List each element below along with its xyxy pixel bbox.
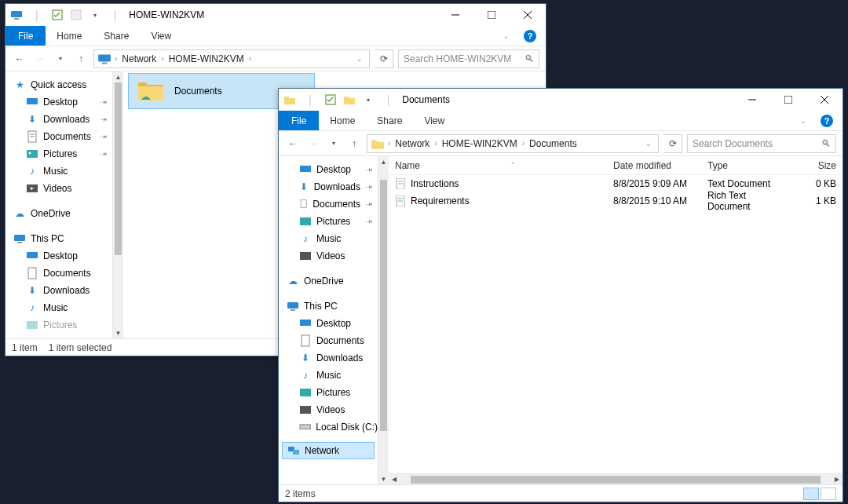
nav-network[interactable]: Network [282, 442, 375, 459]
scrollbar-vertical[interactable]: ▲ ▼ [378, 156, 389, 484]
tab-view[interactable]: View [140, 26, 182, 46]
tab-share[interactable]: Share [93, 26, 140, 46]
search-input[interactable]: Search Documents 🔍︎ [687, 134, 836, 153]
breadcrumb-network[interactable]: Network [390, 138, 434, 149]
recent-dropdown-icon[interactable]: ▾ [326, 136, 342, 152]
search-icon[interactable]: 🔍︎ [821, 138, 831, 149]
nav-videos[interactable]: Videos [282, 247, 378, 265]
search-icon[interactable]: 🔍︎ [525, 53, 534, 64]
nav-thispc[interactable]: This PC [9, 230, 112, 247]
navigation-pane[interactable]: Desktop📌︎ ⬇Downloads📌︎ Documents📌︎ Pictu… [279, 156, 389, 484]
breadcrumb-host[interactable]: HOME-WIN2KVM [164, 53, 249, 64]
nav-onedrive[interactable]: ☁OneDrive [9, 205, 112, 222]
nav-pictures[interactable]: Pictures📌︎ [282, 213, 378, 230]
column-name[interactable]: Name˄ [389, 160, 607, 171]
content-area[interactable]: Name˄ Date modified Type Size Instructio… [389, 156, 843, 484]
nav-downloads[interactable]: ⬇Downloads📌︎ [9, 111, 112, 128]
nav-downloads2[interactable]: ⬇Downloads [9, 282, 112, 299]
tab-file[interactable]: File [5, 26, 46, 46]
maximize-button[interactable] [473, 4, 510, 26]
qat-dropdown-icon[interactable]: ▾ [89, 9, 101, 21]
help-button[interactable]: ? [521, 26, 539, 46]
close-button[interactable] [806, 89, 843, 111]
nav-documents2[interactable]: Documents [282, 332, 378, 349]
breadcrumb-dropdown-icon[interactable]: ⌄ [353, 55, 366, 63]
view-details-button[interactable] [803, 488, 819, 500]
nav-desktop2[interactable]: Desktop [282, 315, 378, 332]
maximize-button[interactable] [770, 89, 806, 111]
breadcrumb-documents[interactable]: Documents [525, 138, 582, 149]
scroll-up-icon[interactable]: ▲ [378, 156, 389, 167]
refresh-button[interactable]: ⟳ [375, 49, 393, 68]
ribbon-expand-icon[interactable]: ⌄ [789, 111, 817, 130]
nav-documents[interactable]: Documents📌︎ [9, 128, 112, 145]
up-button[interactable]: ↑ [346, 136, 362, 152]
nav-music[interactable]: ♪Music [282, 230, 378, 247]
minimize-button[interactable] [437, 4, 473, 26]
nav-documents[interactable]: Documents📌︎ [282, 195, 378, 213]
column-headers[interactable]: Name˄ Date modified Type Size [389, 156, 843, 175]
refresh-button[interactable]: ⟳ [663, 134, 682, 153]
titlebar[interactable]: | ▾ | Documents [279, 89, 843, 111]
nav-onedrive[interactable]: ☁OneDrive [282, 272, 378, 290]
table-row[interactable]: Requirements 8/8/2015 9:10 AM Rich Text … [389, 192, 843, 210]
up-button[interactable]: ↑ [73, 51, 89, 67]
search-input[interactable]: Search HOME-WIN2KVM 🔍︎ [398, 49, 539, 68]
nav-music2[interactable]: ♪Music [282, 367, 378, 384]
back-button[interactable]: ← [285, 136, 301, 152]
chevron-right-icon[interactable]: › [249, 54, 251, 63]
forward-button[interactable]: → [305, 136, 321, 152]
navigation-pane[interactable]: ★Quick access Desktop📌︎ ⬇Downloads📌︎ Doc… [5, 71, 123, 338]
scrollbar-horizontal[interactable]: ◀ ▶ [389, 473, 843, 484]
folder-qat-icon[interactable] [343, 93, 356, 106]
nav-localdisk[interactable]: Local Disk (C:) [282, 418, 378, 436]
column-date[interactable]: Date modified [607, 160, 701, 171]
ribbon-expand-icon[interactable]: ⌄ [492, 26, 521, 46]
breadcrumb[interactable]: › Network › HOME-WIN2KVM › Documents ⌄ [367, 134, 659, 153]
breadcrumb[interactable]: › Network › HOME-WIN2KVM › ⌄ [93, 49, 370, 68]
scroll-thumb[interactable] [380, 180, 387, 431]
tab-view[interactable]: View [413, 111, 455, 130]
scrollbar-vertical[interactable]: ▲ ▼ [112, 71, 123, 338]
scroll-left-icon[interactable]: ◀ [389, 476, 400, 483]
breadcrumb-network[interactable]: Network [117, 53, 161, 64]
nav-quick-access[interactable]: ★Quick access [9, 76, 112, 93]
forward-button[interactable]: → [32, 51, 48, 67]
nav-videos2[interactable]: Videos [282, 401, 378, 418]
nav-music[interactable]: ♪Music [9, 163, 112, 180]
nav-downloads[interactable]: ⬇Downloads📌︎ [282, 178, 378, 195]
nav-videos[interactable]: Videos [9, 180, 112, 197]
scroll-down-icon[interactable]: ▼ [113, 327, 123, 338]
breadcrumb-dropdown-icon[interactable]: ⌄ [642, 140, 655, 148]
tab-home[interactable]: Home [319, 111, 366, 130]
column-type[interactable]: Type [701, 160, 795, 171]
column-size[interactable]: Size [795, 160, 843, 171]
tab-home[interactable]: Home [46, 26, 93, 46]
nav-music2[interactable]: ♪Music [9, 299, 112, 316]
close-button[interactable] [510, 4, 546, 26]
scroll-right-icon[interactable]: ▶ [832, 476, 843, 483]
nav-pictures2[interactable]: Pictures [9, 316, 112, 334]
tab-file[interactable]: File [279, 111, 319, 130]
properties-icon[interactable] [51, 9, 64, 21]
scroll-thumb[interactable] [411, 476, 821, 484]
titlebar[interactable]: | ▾ | HOME-WIN2KVM [5, 4, 546, 26]
nav-documents2[interactable]: Documents [9, 265, 112, 282]
tab-share[interactable]: Share [366, 111, 413, 130]
help-button[interactable]: ? [817, 111, 836, 130]
scroll-up-icon[interactable]: ▲ [113, 71, 123, 82]
scroll-down-icon[interactable]: ▼ [378, 473, 389, 484]
nav-desktop[interactable]: Desktop📌︎ [9, 93, 112, 111]
nav-thispc[interactable]: This PC [282, 298, 378, 315]
scroll-thumb[interactable] [115, 82, 122, 255]
nav-desktop[interactable]: Desktop📌︎ [282, 161, 378, 178]
view-icons-button[interactable] [821, 488, 836, 500]
back-button[interactable]: ← [12, 51, 27, 67]
nav-pictures2[interactable]: Pictures [282, 384, 378, 401]
blank-qat-icon[interactable] [70, 9, 82, 21]
minimize-button[interactable] [734, 89, 770, 111]
recent-dropdown-icon[interactable]: ▾ [53, 51, 68, 67]
qat-dropdown-icon[interactable]: ▾ [362, 93, 375, 106]
nav-desktop2[interactable]: Desktop [9, 247, 112, 265]
nav-downloads2[interactable]: ⬇Downloads [282, 349, 378, 367]
